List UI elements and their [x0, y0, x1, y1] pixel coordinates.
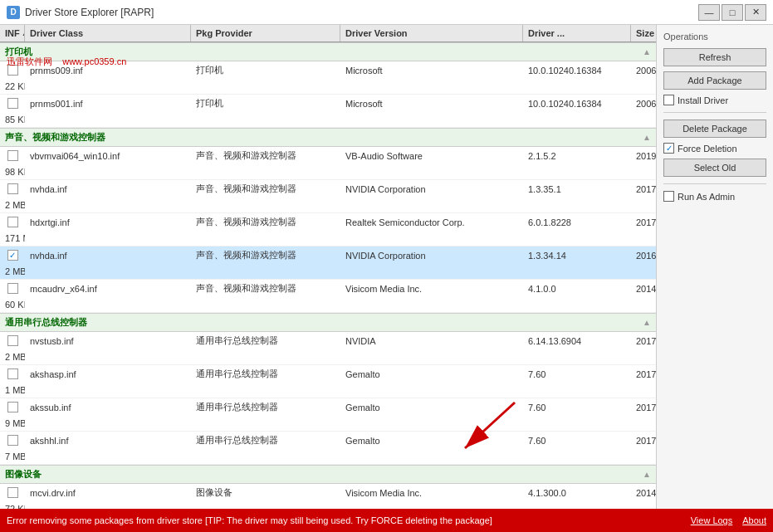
- cell-provider: Visicom Media Inc.: [340, 484, 523, 501]
- cell-date: 2006-06-21: [631, 61, 657, 79]
- main-area: 迅雷软件网 www.pc0359.cn INF▲ Driver Class Pk…: [0, 25, 773, 509]
- checkbox[interactable]: [7, 402, 18, 412]
- checkbox[interactable]: [7, 335, 18, 346]
- checkbox[interactable]: [7, 150, 18, 161]
- row-check[interactable]: [0, 280, 25, 297]
- divider2: [663, 183, 766, 184]
- driver-table: 迅雷软件网 www.pc0359.cn INF▲ Driver Class Pk…: [0, 25, 657, 509]
- checkbox[interactable]: [7, 65, 18, 76]
- row-check[interactable]: [0, 95, 25, 112]
- category-audio[interactable]: 声音、视频和游戏控制器 ▲: [0, 128, 656, 147]
- cell-size: 22 KB: [0, 79, 25, 94]
- col-driver-date[interactable]: Driver ...: [523, 25, 631, 41]
- force-deletion-checkbox[interactable]: [663, 143, 674, 154]
- table-row: prnms001.inf 打印机 Microsoft 10.0.10240.16…: [0, 95, 656, 128]
- checkbox[interactable]: [7, 98, 18, 109]
- row-check[interactable]: [0, 484, 25, 501]
- cell-class: 通用串行总线控制器: [191, 432, 340, 449]
- cell-version: 2.1.5.2: [523, 147, 631, 164]
- cell-class: 图像设备: [191, 484, 340, 501]
- cell-date: 2006-06-21: [631, 95, 657, 112]
- collapse-imaging[interactable]: ▲: [643, 470, 651, 479]
- checkbox[interactable]: [7, 368, 18, 379]
- collapse-printers[interactable]: ▲: [643, 47, 651, 56]
- col-inf[interactable]: INF▲: [0, 25, 25, 41]
- col-driver-version[interactable]: Driver Version: [340, 25, 523, 41]
- run-as-admin-row: Run As Admin: [663, 191, 766, 202]
- cell-class: 通用串行总线控制器: [191, 398, 340, 416]
- cell-provider: Gemalto: [340, 365, 523, 383]
- col-size[interactable]: Size: [631, 25, 657, 41]
- minimize-button[interactable]: —: [698, 4, 720, 21]
- cell-size: 2 MB: [0, 264, 25, 279]
- cell-date: 2014-12-26: [631, 484, 657, 501]
- cell-inf: nvhda.inf: [25, 246, 191, 264]
- col-pkg-provider[interactable]: Pkg Provider: [191, 25, 340, 41]
- cell-inf: hdxrtgi.inf: [25, 213, 191, 231]
- maximize-button[interactable]: □: [722, 4, 743, 21]
- row-check[interactable]: [0, 61, 25, 79]
- cell-inf: akssub.inf: [25, 398, 191, 416]
- collapse-audio[interactable]: ▲: [643, 133, 651, 142]
- cell-inf: akshhl.inf: [25, 432, 191, 449]
- cell-version: 6.0.1.8228: [523, 213, 631, 231]
- cell-inf: nvstusb.inf: [25, 332, 191, 349]
- cell-size: 2 MB: [0, 198, 25, 212]
- collapse-usb[interactable]: ▲: [643, 318, 651, 327]
- view-logs-link[interactable]: View Logs: [691, 515, 733, 525]
- cell-version: 4.1.300.0: [523, 484, 631, 501]
- cell-size: 9 MB: [0, 416, 25, 431]
- install-driver-row: Install Driver: [663, 95, 766, 105]
- cell-inf: nvhda.inf: [25, 180, 191, 198]
- row-check[interactable]: [0, 213, 25, 231]
- row-check[interactable]: [0, 365, 25, 383]
- row-check[interactable]: [0, 332, 25, 349]
- checkbox[interactable]: [7, 435, 18, 446]
- row-check[interactable]: [0, 180, 25, 198]
- checkbox[interactable]: [7, 217, 18, 227]
- cell-class: 通用串行总线控制器: [191, 332, 340, 349]
- cell-class: 声音、视频和游戏控制器: [191, 280, 340, 297]
- statusbar-links: View Logs About: [691, 515, 766, 525]
- cell-inf: prnms001.inf: [25, 95, 191, 112]
- table-header: INF▲ Driver Class Pkg Provider Driver Ve…: [0, 25, 656, 42]
- table-row: akshhl.inf 通用串行总线控制器 Gemalto 7.60 2017-0…: [0, 432, 656, 465]
- select-old-button[interactable]: Select Old: [663, 159, 766, 177]
- row-check[interactable]: [0, 398, 25, 416]
- cell-class: 打印机: [191, 95, 340, 112]
- install-driver-checkbox[interactable]: [663, 95, 674, 105]
- titlebar-left: D Driver Store Explorer [RAPR]: [7, 6, 154, 19]
- row-check[interactable]: [0, 246, 25, 264]
- cell-provider: Realtek Semiconductor Corp.: [340, 213, 523, 231]
- cell-version: 7.60: [523, 398, 631, 416]
- checkbox[interactable]: [7, 250, 18, 261]
- close-button[interactable]: ✕: [745, 4, 766, 21]
- category-imaging[interactable]: 图像设备 ▲: [0, 465, 656, 484]
- delete-package-button[interactable]: Delete Package: [663, 120, 766, 138]
- cell-provider: Microsoft: [340, 61, 523, 79]
- row-check[interactable]: [0, 432, 25, 449]
- operations-panel: Operations Refresh Add Package Install D…: [657, 25, 773, 509]
- cell-inf: mcaudrv_x64.inf: [25, 280, 191, 297]
- refresh-button[interactable]: Refresh: [663, 48, 766, 66]
- cell-version: 10.0.10240.16384: [523, 95, 631, 112]
- cell-size: 60 KB: [0, 297, 25, 312]
- about-link[interactable]: About: [742, 515, 766, 525]
- cell-class: 声音、视频和游戏控制器: [191, 246, 340, 264]
- col-driver-class[interactable]: Driver Class: [25, 25, 191, 41]
- app-icon: D: [7, 6, 20, 19]
- statusbar: Error removing some packages from driver…: [0, 509, 773, 532]
- table-row: vbvmvai064_win10.inf 声音、视频和游戏控制器 VB-Audi…: [0, 147, 656, 180]
- checkbox[interactable]: [7, 283, 18, 294]
- table-row: nvhda.inf 声音、视频和游戏控制器 NVIDIA Corporation…: [0, 180, 656, 213]
- checkbox[interactable]: [7, 487, 18, 498]
- row-check[interactable]: [0, 147, 25, 164]
- table-row: nvhda.inf 声音、视频和游戏控制器 NVIDIA Corporation…: [0, 246, 656, 280]
- add-package-button[interactable]: Add Package: [663, 71, 766, 90]
- category-usb[interactable]: 通用串行总线控制器 ▲: [0, 313, 656, 332]
- cell-provider: Gemalto: [340, 398, 523, 416]
- run-as-admin-checkbox[interactable]: [663, 191, 674, 202]
- table-row: mcaudrv_x64.inf 声音、视频和游戏控制器 Visicom Medi…: [0, 280, 656, 313]
- category-printers[interactable]: 打印机 ▲: [0, 42, 656, 61]
- checkbox[interactable]: [7, 183, 18, 194]
